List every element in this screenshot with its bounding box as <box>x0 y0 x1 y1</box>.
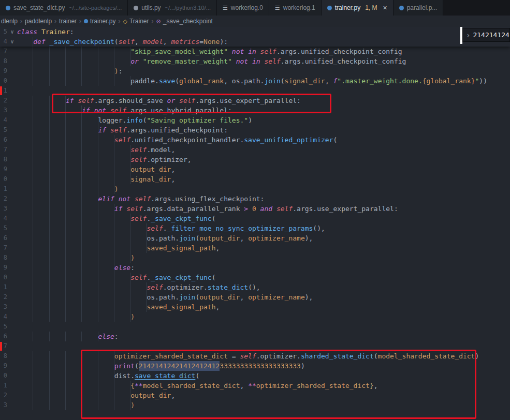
code-token: ( <box>135 361 139 371</box>
code-line[interactable]: 7 <box>0 341 510 351</box>
code-line[interactable]: 4logger.info("Saving optimizer files.") <box>0 115 510 125</box>
line-number: 3 <box>0 302 7 312</box>
sticky-line[interactable]: 5∨class Trainer: <box>0 27 510 37</box>
code-token: ( <box>281 76 285 86</box>
sticky-line[interactable]: 4∨def _save_checkpoint(self, model, metr… <box>0 37 510 47</box>
find-widget[interactable]: › 2142141242141241241 <box>462 28 510 42</box>
code-line[interactable]: 3if not self.args.use_hybrid_parallel: <box>0 106 510 115</box>
code-token: self <box>264 56 280 66</box>
code-token: or <box>167 96 176 106</box>
code-line[interactable]: 6os.path.join(output_dir, optimizer_name… <box>0 233 510 243</box>
indent-guides <box>17 214 130 223</box>
code-editor[interactable]: 5∨class Trainer:4∨def _save_checkpoint(s… <box>0 27 510 420</box>
code-token: self <box>110 125 126 135</box>
code-line[interactable]: 3) <box>0 400 510 410</box>
code-token: ) <box>130 312 135 322</box>
code-line[interactable]: 5if self.args.unified_checkpoint: <box>0 125 510 135</box>
code-line[interactable]: 1{**model_sharded_state_dict, **optimize… <box>0 381 510 391</box>
code-line[interactable]: 2output_dir, <box>0 391 510 400</box>
tab-workerlog-1[interactable]: ☰workerlog.1 <box>269 0 322 16</box>
code-line[interactable]: 2os.path.join(output_dir, optimizer_name… <box>0 292 510 302</box>
breadcrumb-item-trainer[interactable]: trainer <box>59 18 77 25</box>
breadcrumb-item-dlenlp[interactable]: dlenlp <box>1 18 18 25</box>
code-token: model_sharded_state_dict <box>143 381 240 391</box>
code-line[interactable]: 3saved_signal_path, <box>0 302 510 312</box>
code-token: : <box>114 332 119 341</box>
tab-label: save_state_dict.py <box>13 4 65 11</box>
line-number: 9 <box>0 263 7 273</box>
code-token: _filter_moe_no_sync_optimizer_params <box>167 223 313 233</box>
indent-guides <box>17 47 130 56</box>
tab-save-state-dict-py[interactable]: save_state_dict.py~/.../site-packages/..… <box>0 0 128 16</box>
code-line[interactable]: 2elif not self.args.using_flex_checkpoin… <box>0 194 510 204</box>
code-line[interactable]: 5self._filter_moe_no_sync_optimizer_para… <box>0 223 510 233</box>
indent-guides <box>17 263 114 273</box>
code-line[interactable]: 8optimizer_sharded_state_dict = self.opt… <box>0 351 510 361</box>
code-line[interactable]: 1) <box>0 184 510 194</box>
code-token: ( <box>143 115 147 125</box>
tab-parallel-py[interactable]: parallel.p... <box>394 0 444 16</box>
code-line[interactable]: 8or "remove_master_weight" not in self.a… <box>0 56 510 66</box>
fold-gutter <box>7 164 17 174</box>
code-token: self <box>130 214 147 223</box>
breadcrumb-item-trainer-py[interactable]: trainer.py <box>84 18 115 25</box>
code-line[interactable]: 7saved_signal_path, <box>0 243 510 253</box>
code-line[interactable]: 9output_dir, <box>0 164 510 174</box>
indent-guides <box>17 194 98 204</box>
code-line[interactable]: 0dist.save_state_dict( <box>0 371 510 381</box>
code-line[interactable]: 6self.unified_checkpoint_handler.save_un… <box>0 135 510 145</box>
code-line[interactable]: 1 <box>0 86 510 96</box>
code-line[interactable]: 2if self.args.should_save or self.args.u… <box>0 96 510 106</box>
code-line[interactable]: 0signal_dir, <box>0 174 510 184</box>
code-token: save <box>159 76 175 86</box>
code-line[interactable]: 9): <box>0 66 510 76</box>
breadcrumb-item-class-trainer[interactable]: ◇Trainer <box>123 18 149 25</box>
code-line[interactable]: 3if self.args.data_parallel_rank > 0 and… <box>0 204 510 214</box>
tab-trainer-py[interactable]: trainer.py1, M× <box>322 0 394 16</box>
fold-gutter <box>7 312 17 322</box>
tab-label: trainer.py <box>335 4 360 11</box>
fold-gutter <box>7 106 17 115</box>
code-token: if <box>82 106 90 115</box>
line-number: 9 <box>0 164 7 174</box>
code-token: )) <box>479 76 487 86</box>
breadcrumb-item-paddlenlp[interactable]: paddlenlp <box>25 18 52 25</box>
chevron-right-icon[interactable]: › <box>466 31 470 39</box>
breadcrumb-item-method-save-checkpoint[interactable]: ⊘_save_checkpoint <box>156 18 213 25</box>
code-line[interactable]: 5 <box>0 322 510 332</box>
code-line[interactable]: 0self._save_ckpt_func( <box>0 273 510 282</box>
close-icon[interactable]: × <box>383 4 387 11</box>
code-line[interactable]: 8) <box>0 253 510 263</box>
code-token: ( <box>195 371 199 381</box>
code-token <box>248 56 252 66</box>
line-number: 8 <box>0 56 7 66</box>
code-line[interactable]: 4self._save_ckpt_func( <box>0 214 510 223</box>
code-token: , <box>171 164 175 174</box>
tab-workerlog-0[interactable]: ☰workerlog.0 <box>217 0 269 16</box>
code-token <box>248 204 252 214</box>
tab-description: ~/.../site-packages/... <box>69 5 122 11</box>
code-line[interactable]: 8self.optimizer, <box>0 155 510 164</box>
code-token: } <box>471 76 475 86</box>
code-line[interactable]: 0paddle.save(global_rank, os.path.join(s… <box>0 76 510 86</box>
code-area[interactable]: 7"skip_save_model_weight" not in self.ar… <box>0 47 510 410</box>
code-line[interactable]: 6else: <box>0 332 510 341</box>
indent-guides <box>17 96 66 106</box>
code-line[interactable]: 9print(214214124214124124123333333333333… <box>0 361 510 371</box>
code-line[interactable]: 7"skip_save_model_weight" not in self.ar… <box>0 47 510 56</box>
fold-chevron-icon[interactable]: ∨ <box>7 37 17 47</box>
code-token: os.path. <box>147 292 179 302</box>
code-line[interactable]: 1self.optimizer.state_dict(), <box>0 282 510 292</box>
indent-guides <box>17 37 33 47</box>
find-input[interactable]: 2142141242141241241 <box>473 31 510 39</box>
find-widget-sash[interactable] <box>460 27 462 44</box>
tab-utils-py[interactable]: utils.py~/.../python3.10/... <box>128 0 217 16</box>
code-line[interactable]: 9else: <box>0 263 510 273</box>
code-token: else <box>98 332 114 341</box>
fold-chevron-icon[interactable]: ∨ <box>7 27 17 37</box>
code-token: ), <box>305 292 313 302</box>
code-token: self <box>147 223 163 233</box>
code-line[interactable]: 7self.model, <box>0 145 510 155</box>
code-line[interactable]: 4) <box>0 312 510 322</box>
indent-guides <box>17 56 130 66</box>
